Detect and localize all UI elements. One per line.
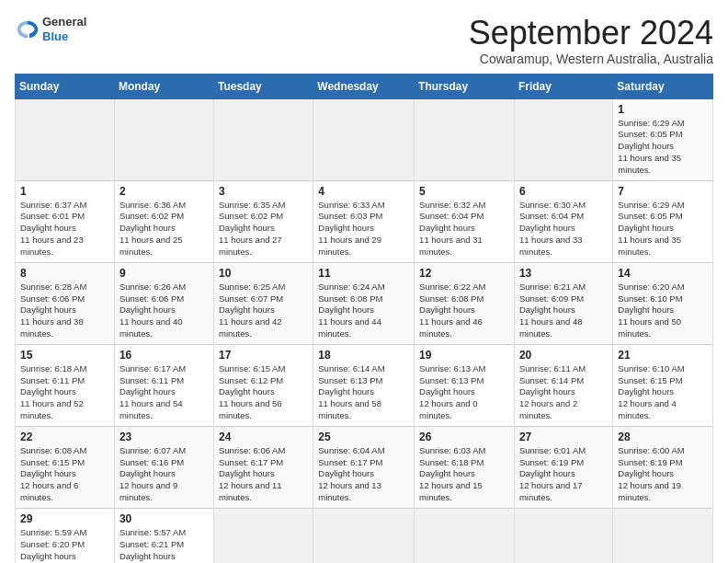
day-number: 25	[318, 431, 409, 443]
calendar-cell	[213, 98, 313, 180]
day-info: Sunrise: 6:21 AMSunset: 6:09 PMDaylight …	[519, 282, 608, 340]
day-number: 26	[419, 431, 509, 443]
day-info: Sunrise: 6:32 AMSunset: 6:04 PMDaylight …	[419, 200, 509, 259]
calendar-cell	[514, 98, 612, 180]
calendar-table: SundayMondayTuesdayWednesdayThursdayFrid…	[15, 74, 713, 563]
calendar-cell: 4Sunrise: 6:33 AMSunset: 6:03 PMDaylight…	[313, 180, 415, 262]
day-number: 8	[20, 267, 109, 280]
col-header-tuesday: Tuesday	[213, 74, 313, 98]
location-subtitle: Cowaramup, Western Australia, Australia	[469, 52, 713, 66]
calendar-week-4: 15Sunrise: 6:18 AMSunset: 6:11 PMDayligh…	[16, 344, 713, 426]
day-number: 11	[318, 267, 409, 280]
day-info: Sunrise: 6:06 AMSunset: 6:17 PMDaylight …	[219, 445, 308, 504]
calendar-cell: 26Sunrise: 6:03 AMSunset: 6:18 PMDayligh…	[415, 426, 515, 508]
calendar-week-5: 22Sunrise: 6:08 AMSunset: 6:15 PMDayligh…	[16, 426, 713, 508]
day-number: 20	[519, 349, 608, 362]
day-number: 1	[20, 185, 109, 198]
month-title: September 2024	[469, 15, 713, 52]
day-number: 18	[318, 349, 409, 362]
calendar-cell: 27Sunrise: 6:01 AMSunset: 6:19 PMDayligh…	[514, 426, 612, 508]
day-info: Sunrise: 6:17 AMSunset: 6:11 PMDaylight …	[119, 363, 209, 422]
day-number: 7	[618, 185, 708, 198]
calendar-cell	[313, 98, 415, 180]
day-info: Sunrise: 6:30 AMSunset: 6:04 PMDaylight …	[519, 200, 608, 259]
calendar-cell: 18Sunrise: 6:14 AMSunset: 6:13 PMDayligh…	[313, 344, 415, 426]
day-info: Sunrise: 6:01 AMSunset: 6:19 PMDaylight …	[519, 445, 608, 504]
calendar-cell: 14Sunrise: 6:20 AMSunset: 6:10 PMDayligh…	[613, 262, 713, 344]
col-header-monday: Monday	[114, 74, 213, 98]
calendar-cell: 2Sunrise: 6:36 AMSunset: 6:02 PMDaylight…	[114, 180, 213, 262]
col-header-saturday: Saturday	[613, 74, 713, 98]
calendar-cell: 30Sunrise: 5:57 AMSunset: 6:21 PMDayligh…	[114, 508, 213, 563]
calendar-cell: 13Sunrise: 6:21 AMSunset: 6:09 PMDayligh…	[514, 262, 612, 344]
day-number: 22	[20, 431, 109, 443]
calendar-week-2: 1Sunrise: 6:37 AMSunset: 6:01 PMDaylight…	[16, 180, 713, 262]
day-number: 29	[20, 512, 109, 525]
calendar-cell: 11Sunrise: 6:24 AMSunset: 6:08 PMDayligh…	[313, 262, 415, 344]
calendar-cell	[415, 508, 515, 563]
calendar-cell: 21Sunrise: 6:10 AMSunset: 6:15 PMDayligh…	[613, 344, 713, 426]
calendar-cell: 3Sunrise: 6:35 AMSunset: 6:02 PMDaylight…	[213, 180, 313, 262]
calendar-cell: 24Sunrise: 6:06 AMSunset: 6:17 PMDayligh…	[213, 426, 313, 508]
day-number: 13	[519, 267, 608, 280]
day-info: Sunrise: 6:33 AMSunset: 6:03 PMDaylight …	[318, 200, 409, 259]
day-number: 5	[419, 185, 509, 198]
calendar-cell: 22Sunrise: 6:08 AMSunset: 6:15 PMDayligh…	[16, 426, 115, 508]
day-number: 6	[519, 185, 608, 198]
day-info: Sunrise: 6:18 AMSunset: 6:11 PMDaylight …	[20, 363, 109, 422]
day-number: 2	[119, 185, 209, 198]
day-number: 16	[119, 349, 209, 362]
day-number: 30	[119, 512, 209, 525]
day-info: Sunrise: 6:25 AMSunset: 6:07 PMDaylight …	[219, 282, 308, 340]
day-number: 24	[219, 431, 308, 443]
day-number: 23	[119, 431, 209, 443]
day-info: Sunrise: 6:22 AMSunset: 6:08 PMDaylight …	[419, 282, 509, 340]
day-number: 12	[419, 267, 509, 280]
day-info: Sunrise: 5:57 AMSunset: 6:21 PMDaylight …	[119, 527, 209, 563]
day-number: 3	[219, 185, 308, 198]
calendar-cell: 7Sunrise: 6:29 AMSunset: 6:05 PMDaylight…	[613, 180, 713, 262]
calendar-header: SundayMondayTuesdayWednesdayThursdayFrid…	[16, 74, 713, 98]
calendar-cell: 25Sunrise: 6:04 AMSunset: 6:17 PMDayligh…	[313, 426, 415, 508]
day-info: Sunrise: 5:59 AMSunset: 6:20 PMDaylight …	[20, 527, 109, 563]
calendar-cell: 6Sunrise: 6:30 AMSunset: 6:04 PMDaylight…	[514, 180, 612, 262]
day-info: Sunrise: 6:03 AMSunset: 6:18 PMDaylight …	[419, 445, 509, 504]
calendar-cell: 19Sunrise: 6:13 AMSunset: 6:13 PMDayligh…	[415, 344, 515, 426]
day-number: 19	[419, 349, 509, 362]
day-info: Sunrise: 6:04 AMSunset: 6:17 PMDaylight …	[318, 445, 409, 504]
calendar-cell: 17Sunrise: 6:15 AMSunset: 6:12 PMDayligh…	[213, 344, 313, 426]
calendar-cell	[213, 508, 313, 563]
calendar-week-3: 8Sunrise: 6:28 AMSunset: 6:06 PMDaylight…	[16, 262, 713, 344]
calendar-cell: 12Sunrise: 6:22 AMSunset: 6:08 PMDayligh…	[415, 262, 515, 344]
day-number: 10	[219, 267, 308, 280]
day-info: Sunrise: 6:15 AMSunset: 6:12 PMDaylight …	[219, 363, 308, 422]
calendar-cell: 29Sunrise: 5:59 AMSunset: 6:20 PMDayligh…	[16, 508, 115, 563]
calendar-cell: 20Sunrise: 6:11 AMSunset: 6:14 PMDayligh…	[514, 344, 612, 426]
calendar-cell: 16Sunrise: 6:17 AMSunset: 6:11 PMDayligh…	[114, 344, 213, 426]
calendar-cell: 15Sunrise: 6:18 AMSunset: 6:11 PMDayligh…	[16, 344, 115, 426]
day-number: 15	[20, 349, 109, 362]
logo-icon	[15, 17, 40, 42]
day-number: 21	[618, 349, 708, 362]
col-header-thursday: Thursday	[415, 74, 515, 98]
calendar-cell: 5Sunrise: 6:32 AMSunset: 6:04 PMDaylight…	[415, 180, 515, 262]
calendar-cell	[313, 508, 415, 563]
col-header-friday: Friday	[514, 74, 612, 98]
calendar-cell	[514, 508, 612, 563]
day-info: Sunrise: 6:29 AMSunset: 6:05 PMDaylight …	[618, 200, 708, 259]
calendar-cell: 8Sunrise: 6:28 AMSunset: 6:06 PMDaylight…	[16, 262, 115, 344]
col-header-sunday: Sunday	[16, 74, 115, 98]
calendar-cell: 23Sunrise: 6:07 AMSunset: 6:16 PMDayligh…	[114, 426, 213, 508]
calendar-cell	[415, 98, 515, 180]
day-number: 14	[618, 267, 708, 280]
calendar-cell	[16, 98, 115, 180]
calendar-cell: 10Sunrise: 6:25 AMSunset: 6:07 PMDayligh…	[213, 262, 313, 344]
title-block: September 2024 Cowaramup, Western Austra…	[469, 15, 713, 66]
calendar-cell: 1Sunrise: 6:29 AMSunset: 6:05 PMDaylight…	[613, 98, 713, 180]
day-info: Sunrise: 6:11 AMSunset: 6:14 PMDaylight …	[519, 363, 608, 422]
day-info: Sunrise: 6:37 AMSunset: 6:01 PMDaylight …	[20, 200, 109, 259]
logo: General Blue	[15, 15, 86, 43]
calendar-week-1: 1Sunrise: 6:29 AMSunset: 6:05 PMDaylight…	[16, 98, 713, 180]
day-info: Sunrise: 6:26 AMSunset: 6:06 PMDaylight …	[119, 282, 209, 340]
day-number: 4	[318, 185, 409, 198]
